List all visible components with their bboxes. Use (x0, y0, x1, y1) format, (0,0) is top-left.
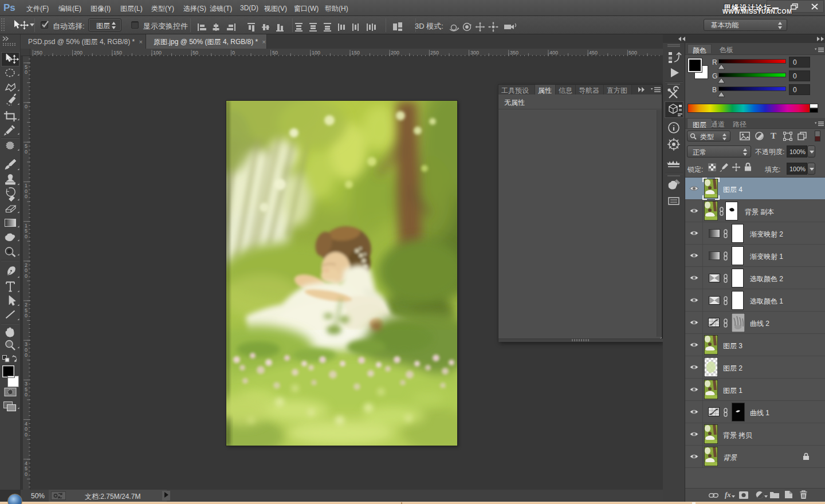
svg-text:300: 300 (470, 50, 479, 56)
svg-text:0: 0 (25, 273, 28, 279)
svg-text:0: 0 (232, 50, 235, 56)
svg-text:3: 3 (25, 341, 28, 347)
svg-text:5: 5 (25, 466, 28, 471)
svg-text:1: 1 (25, 223, 28, 229)
svg-text:0: 0 (25, 392, 28, 397)
svg-text:0: 0 (25, 104, 28, 109)
svg-text:0: 0 (25, 471, 28, 477)
svg-text:250: 250 (34, 50, 42, 56)
svg-text:0: 0 (25, 194, 28, 199)
svg-text:5: 5 (25, 308, 28, 313)
svg-text:5: 5 (25, 64, 28, 70)
svg-text:0: 0 (25, 149, 28, 155)
svg-text:3: 3 (25, 381, 28, 387)
svg-text:0: 0 (25, 426, 28, 432)
svg-text:50: 50 (192, 50, 198, 56)
svg-text:0: 0 (25, 69, 28, 75)
svg-text:0: 0 (25, 313, 28, 318)
svg-text:150: 150 (113, 50, 122, 56)
svg-text:4: 4 (25, 421, 28, 427)
svg-text:400: 400 (549, 50, 558, 56)
svg-text:500: 500 (628, 50, 637, 56)
svg-text:4: 4 (25, 460, 28, 466)
svg-text:0: 0 (25, 234, 28, 239)
svg-text:0: 0 (25, 267, 28, 273)
svg-text:2: 2 (25, 262, 28, 268)
svg-text:0: 0 (25, 347, 28, 353)
svg-text:350: 350 (510, 50, 518, 56)
svg-text:0: 0 (25, 432, 28, 438)
svg-text:200: 200 (74, 50, 82, 56)
svg-text:100: 100 (153, 50, 162, 56)
svg-text:5: 5 (25, 143, 28, 149)
svg-text:250: 250 (430, 50, 439, 56)
svg-text:5: 5 (25, 228, 28, 234)
svg-text:50: 50 (272, 50, 278, 56)
svg-text:100: 100 (312, 50, 320, 56)
svg-text:150: 150 (351, 50, 360, 56)
svg-text:200: 200 (391, 50, 399, 56)
svg-text:1: 1 (25, 183, 28, 188)
svg-text:5: 5 (25, 387, 28, 392)
svg-text:0: 0 (25, 188, 28, 194)
svg-text:450: 450 (589, 50, 598, 56)
svg-text:0: 0 (25, 352, 28, 358)
svg-text:2: 2 (25, 302, 28, 308)
